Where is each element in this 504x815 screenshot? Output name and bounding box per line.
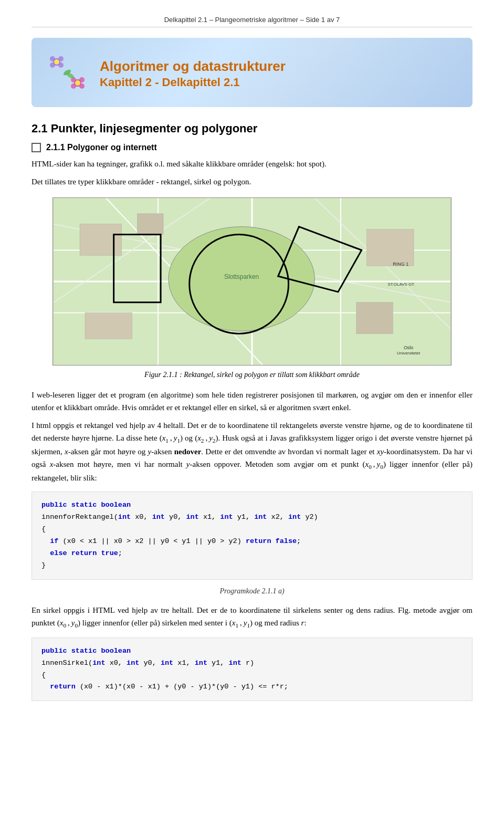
page: Delkapittel 2.1 – Plangeometriske algori… <box>0 0 504 729</box>
svg-point-9 <box>71 83 76 89</box>
svg-rect-26 <box>80 224 122 256</box>
banner-title: Algoritmer og datastrukturer <box>100 58 457 76</box>
paragraph-1: HTML-sider kan ha tegninger, grafikk o.l… <box>32 158 472 170</box>
map-container: Slottsparken Oslo Universitetet RING 1 S… <box>32 197 472 379</box>
svg-point-1 <box>50 56 55 61</box>
section-title: 2.1 Punkter, linjesegmenter og polygoner <box>32 122 472 135</box>
code-block-2: public static boolean innenSirkel(int x0… <box>32 638 472 702</box>
subsection-header: 2.1.1 Polygoner og internett <box>32 143 472 152</box>
banner: Algoritmer og datastrukturer Kapittel 2 … <box>32 38 472 107</box>
svg-point-11 <box>75 80 80 86</box>
svg-point-8 <box>79 77 85 82</box>
svg-text:ST.OLAVS GT.: ST.OLAVS GT. <box>387 282 415 287</box>
paragraph-5: En sirkel oppgis i HTML ved hjelp av tre… <box>32 604 472 630</box>
paragraph-3: I web-leseren ligger det et program (en … <box>32 389 472 414</box>
banner-flowers <box>47 53 89 95</box>
page-header: Delkapittel 2.1 – Plangeometriske algori… <box>32 16 472 27</box>
banner-subtitle: Kapittel 2 - Delkapittel 2.1 <box>100 76 457 89</box>
svg-rect-27 <box>137 214 163 235</box>
svg-point-3 <box>50 62 55 68</box>
p2-text: Det tillates tre typer klikkbare områder… <box>32 177 251 186</box>
svg-text:Slottsparken: Slottsparken <box>224 273 259 280</box>
svg-point-2 <box>58 56 64 61</box>
code-keyword-public: public <box>41 501 67 509</box>
svg-point-4 <box>58 62 64 68</box>
map-image: Slottsparken Oslo Universitetet RING 1 S… <box>52 197 452 365</box>
svg-rect-29 <box>356 302 393 334</box>
code-caption-1: Programkode 2.1.1 a) <box>32 587 472 595</box>
svg-rect-30 <box>85 313 132 339</box>
subsection-title: 2.1.1 Polygoner og internett <box>46 143 157 152</box>
svg-text:Universitetet: Universitetet <box>397 351 421 356</box>
svg-text:RING 1: RING 1 <box>393 262 408 267</box>
code-block-1: public static boolean innenforRektangel(… <box>32 492 472 580</box>
header-text: Delkapittel 2.1 – Plangeometriske algori… <box>164 16 340 24</box>
code-keyword-static: static <box>71 501 97 509</box>
paragraph-4: I html oppgis et rektangel ved hjelp av … <box>32 419 472 484</box>
banner-text: Algoritmer og datastrukturer Kapittel 2 … <box>100 58 457 89</box>
p3-text: I web-leseren ligger det et program (en … <box>32 391 472 412</box>
svg-point-10 <box>79 83 85 89</box>
svg-rect-28 <box>367 229 414 266</box>
code-keyword-boolean: boolean <box>101 501 131 509</box>
figure-caption: Figur 2.1.1 : Rektangel, sirkel og polyg… <box>32 371 472 379</box>
paragraph-2: Det tillates tre typer klikkbare områder… <box>32 175 472 188</box>
p1-text: HTML-sider kan ha tegninger, grafikk o.l… <box>32 160 327 168</box>
checkbox-icon <box>32 143 41 152</box>
svg-text:Oslo: Oslo <box>404 345 413 350</box>
svg-point-5 <box>54 59 59 65</box>
